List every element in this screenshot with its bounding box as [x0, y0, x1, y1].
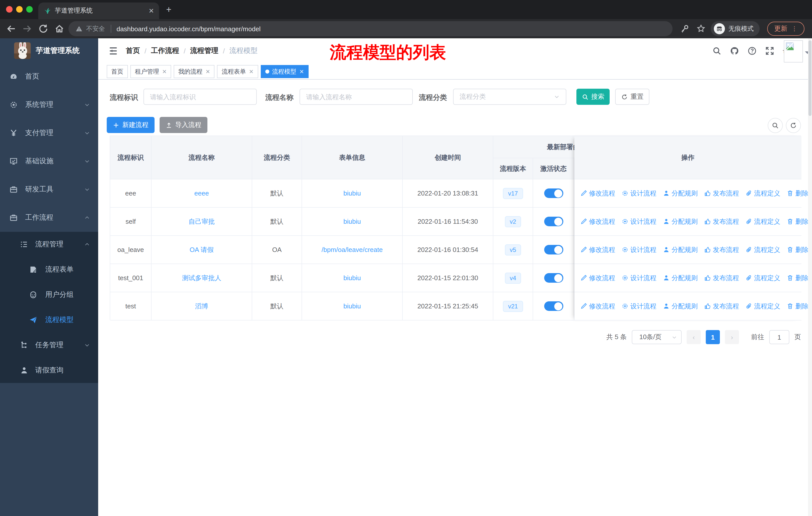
back-icon[interactable]	[6, 24, 16, 34]
assign-rule-link[interactable]: 分配规则	[663, 189, 698, 198]
home-icon[interactable]	[54, 24, 64, 34]
sidebar-item-leave-query[interactable]: 请假查询	[0, 358, 98, 383]
sidebar-item-workflow[interactable]: 工作流程	[0, 203, 98, 232]
avatar[interactable]	[784, 40, 803, 62]
design-process-link[interactable]: 设计流程	[622, 189, 657, 198]
delete-link[interactable]: 删除	[787, 189, 809, 198]
window-zoom-button[interactable]	[26, 6, 33, 12]
sidebar-item-home[interactable]: 首页	[0, 62, 98, 91]
forward-icon[interactable]	[22, 24, 32, 34]
process-definition-link[interactable]: 流程定义	[746, 273, 780, 282]
delete-link[interactable]: 删除	[787, 302, 809, 311]
sidebar-item-task-management[interactable]: 任务管理	[0, 332, 98, 358]
current-page-button[interactable]: 1	[706, 330, 720, 344]
delete-link[interactable]: 删除	[787, 217, 809, 226]
search-button[interactable]: 搜索	[576, 89, 610, 105]
delete-link[interactable]: 删除	[787, 245, 809, 254]
assign-rule-link[interactable]: 分配规则	[663, 302, 698, 311]
design-process-link[interactable]: 设计流程	[622, 245, 657, 254]
import-process-button[interactable]: 导入流程	[160, 117, 207, 133]
form-info-link[interactable]: /bpm/oa/leave/create	[322, 246, 383, 253]
form-info-link[interactable]: biubiu	[343, 189, 361, 197]
breadcrumb-process-management[interactable]: 流程管理	[190, 46, 219, 55]
publish-process-link[interactable]: 发布流程	[704, 273, 739, 282]
form-info-link[interactable]: biubiu	[343, 218, 361, 225]
window-minimize-button[interactable]	[16, 6, 23, 12]
publish-process-link[interactable]: 发布流程	[704, 217, 739, 226]
goto-page-input[interactable]	[769, 330, 789, 344]
sidebar-item-system[interactable]: 系统管理	[0, 91, 98, 119]
fullscreen-icon[interactable]	[765, 46, 774, 55]
tab-close-icon[interactable]: ✕	[148, 7, 154, 15]
help-icon[interactable]	[748, 46, 757, 55]
browser-menu-icon[interactable]: ⋮	[791, 25, 798, 32]
page-scrollbar[interactable]	[808, 38, 812, 516]
search-icon[interactable]	[712, 46, 721, 55]
process-definition-link[interactable]: 流程定义	[746, 217, 780, 226]
refresh-table-button[interactable]	[786, 118, 801, 133]
new-tab-button[interactable]: +	[166, 5, 171, 14]
category-select[interactable]: 流程分类	[453, 89, 566, 105]
reload-icon[interactable]	[38, 24, 48, 34]
process-name-link[interactable]: 测试多审批人	[182, 273, 221, 282]
design-process-link[interactable]: 设计流程	[622, 302, 657, 311]
sidebar-item-infrastructure[interactable]: 基础设施	[0, 147, 98, 175]
page-size-select[interactable]: 10条/页	[632, 330, 682, 344]
design-process-link[interactable]: 设计流程	[622, 217, 657, 226]
modify-process-link[interactable]: 修改流程	[580, 217, 615, 226]
active-toggle[interactable]	[544, 245, 563, 254]
app-logo-row[interactable]: 芋道管理系统	[0, 38, 98, 62]
form-info-link[interactable]: biubiu	[343, 302, 361, 310]
window-close-button[interactable]	[6, 6, 12, 12]
github-icon[interactable]	[730, 46, 739, 55]
modify-process-link[interactable]: 修改流程	[580, 245, 615, 254]
address-bar[interactable]: 不安全 dashboard.yudao.iocoder.cn/bpm/manag…	[68, 21, 672, 36]
process-name-link[interactable]: eeee	[194, 189, 209, 197]
sidebar-item-payment[interactable]: 支付管理	[0, 119, 98, 147]
process-definition-link[interactable]: 流程定义	[746, 245, 780, 254]
process-definition-link[interactable]: 流程定义	[746, 302, 780, 311]
sidebar-item-process-management[interactable]: 流程管理	[0, 232, 98, 257]
process-name-link[interactable]: 自己审批	[188, 217, 215, 226]
tag-tenant-management[interactable]: 租户管理✕	[130, 65, 171, 78]
process-definition-link[interactable]: 流程定义	[746, 189, 780, 198]
browser-update-button[interactable]: 更新 ⋮	[767, 22, 805, 36]
tag-process-form[interactable]: 流程表单✕	[217, 65, 258, 78]
tag-home[interactable]: 首页	[107, 65, 128, 78]
process-name-input[interactable]	[299, 89, 413, 105]
breadcrumb-workflow[interactable]: 工作流程	[151, 46, 179, 55]
tag-close-icon[interactable]: ✕	[249, 68, 254, 75]
sidebar-item-process-form[interactable]: 流程表单	[0, 257, 98, 282]
active-toggle[interactable]	[544, 217, 563, 226]
modify-process-link[interactable]: 修改流程	[580, 189, 615, 198]
process-id-input[interactable]	[143, 89, 257, 105]
bookmark-star-icon[interactable]	[697, 24, 705, 33]
prev-page-button[interactable]: ‹	[687, 330, 701, 344]
active-toggle[interactable]	[544, 273, 563, 283]
show-search-toggle-button[interactable]	[768, 118, 783, 133]
tag-process-model[interactable]: 流程模型✕	[261, 65, 308, 78]
breadcrumb-home[interactable]: 首页	[126, 46, 140, 55]
process-name-link[interactable]: OA 请假	[190, 245, 213, 254]
hamburger-icon[interactable]	[108, 46, 118, 56]
sidebar-item-user-group[interactable]: 用户分组	[0, 282, 98, 307]
active-toggle[interactable]	[544, 188, 563, 198]
tag-my-process[interactable]: 我的流程✕	[174, 65, 214, 78]
create-process-button[interactable]: 新建流程	[107, 117, 154, 133]
browser-tab[interactable]: 芋道管理系统 ✕	[38, 2, 159, 19]
process-name-link[interactable]: 滔博	[195, 302, 208, 311]
delete-link[interactable]: 删除	[787, 273, 809, 282]
form-info-link[interactable]: biubiu	[343, 274, 361, 282]
publish-process-link[interactable]: 发布流程	[704, 245, 739, 254]
modify-process-link[interactable]: 修改流程	[580, 273, 615, 282]
assign-rule-link[interactable]: 分配规则	[663, 245, 698, 254]
sidebar-item-process-model[interactable]: 流程模型	[0, 307, 98, 332]
publish-process-link[interactable]: 发布流程	[704, 189, 739, 198]
scrollbar-thumb[interactable]	[809, 40, 812, 116]
publish-process-link[interactable]: 发布流程	[704, 302, 739, 311]
active-toggle[interactable]	[544, 301, 563, 311]
tag-close-icon[interactable]: ✕	[162, 68, 167, 75]
modify-process-link[interactable]: 修改流程	[580, 302, 615, 311]
password-key-icon[interactable]	[680, 24, 689, 33]
sidebar-item-dev-tools[interactable]: 研发工具	[0, 175, 98, 203]
